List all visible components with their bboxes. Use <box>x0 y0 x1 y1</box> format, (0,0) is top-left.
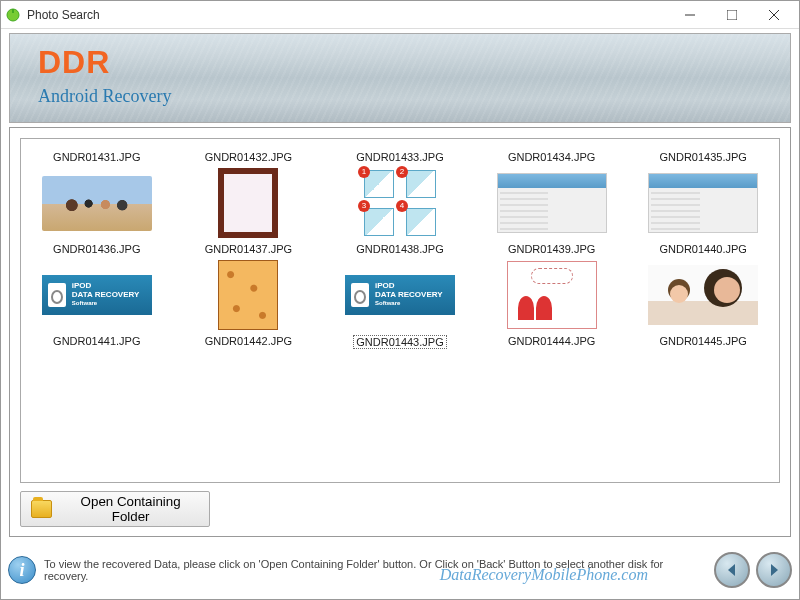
thumbnail-label: GNDR01435.JPG <box>659 151 746 163</box>
maximize-button[interactable] <box>711 2 753 28</box>
footer: i To view the recovered Data, please cli… <box>8 548 792 592</box>
brand-subtitle: Android Recovery <box>38 86 171 107</box>
thumbnail-label: GNDR01445.JPG <box>659 335 746 347</box>
header-banner: DDR Android Recovery <box>9 33 791 123</box>
thumbnail-area[interactable]: GNDR01431.JPG GNDR01432.JPG GNDR01433.JP… <box>20 138 780 483</box>
svg-rect-1 <box>12 9 14 13</box>
thumbnail-image <box>497 259 607 331</box>
thumbnail-label: GNDR01437.JPG <box>205 243 292 255</box>
thumbnail-label: GNDR01444.JPG <box>508 335 595 347</box>
thumbnail-label: GNDR01439.JPG <box>508 243 595 255</box>
close-button[interactable] <box>753 2 795 28</box>
next-button[interactable] <box>756 552 792 588</box>
thumbnail-item[interactable]: GNDR01431.JPG <box>25 147 169 163</box>
folder-icon <box>31 500 52 518</box>
thumbnail-label: GNDR01443.JPG <box>353 335 446 349</box>
thumbnail-grid: GNDR01431.JPG GNDR01432.JPG GNDR01433.JP… <box>25 147 775 349</box>
thumbnail-item[interactable]: GNDR01434.JPG <box>480 147 624 163</box>
open-folder-label: Open Containing Folder <box>62 494 199 524</box>
thumbnail-image: 1234 <box>345 167 455 239</box>
back-button[interactable] <box>714 552 750 588</box>
thumbnail-item[interactable]: iPODDATA RECOVERYSoftwareGNDR01443.JPG <box>328 259 472 349</box>
app-icon <box>5 7 21 23</box>
window-title: Photo Search <box>27 8 669 22</box>
thumbnail-item[interactable]: GNDR01442.JPG <box>177 259 321 349</box>
thumbnail-label: GNDR01434.JPG <box>508 151 595 163</box>
open-containing-folder-button[interactable]: Open Containing Folder <box>20 491 210 527</box>
thumbnail-item[interactable]: GNDR01437.JPG <box>177 167 321 255</box>
thumbnail-label: GNDR01436.JPG <box>53 243 140 255</box>
thumbnail-item[interactable]: GNDR01436.JPG <box>25 167 169 255</box>
thumbnail-image <box>497 167 607 239</box>
thumbnail-image: iPODDATA RECOVERYSoftware <box>42 259 152 331</box>
thumbnail-image: iPODDATA RECOVERYSoftware <box>345 259 455 331</box>
thumbnail-label: GNDR01431.JPG <box>53 151 140 163</box>
thumbnail-item[interactable]: GNDR01433.JPG <box>328 147 472 163</box>
footer-info-text: To view the recovered Data, please click… <box>44 558 708 582</box>
info-icon: i <box>8 556 36 584</box>
thumbnail-image <box>193 259 303 331</box>
thumbnail-label: GNDR01440.JPG <box>659 243 746 255</box>
thumbnail-item[interactable]: GNDR01444.JPG <box>480 259 624 349</box>
titlebar: Photo Search <box>1 1 799 29</box>
thumbnail-image <box>42 167 152 239</box>
thumbnail-label: GNDR01432.JPG <box>205 151 292 163</box>
svg-rect-3 <box>727 10 737 20</box>
thumbnail-image <box>648 167 758 239</box>
watermark: DataRecoveryMobilePhone.com <box>440 566 648 584</box>
thumbnail-item[interactable]: GNDR01445.JPG <box>631 259 775 349</box>
thumbnail-item[interactable]: iPODDATA RECOVERYSoftwareGNDR01441.JPG <box>25 259 169 349</box>
thumbnail-item[interactable]: GNDR01439.JPG <box>480 167 624 255</box>
thumbnail-item[interactable]: 1234GNDR01438.JPG <box>328 167 472 255</box>
thumbnail-item[interactable]: GNDR01440.JPG <box>631 167 775 255</box>
thumbnail-item[interactable]: GNDR01432.JPG <box>177 147 321 163</box>
brand-logo: DDR <box>38 44 110 81</box>
thumbnail-label: GNDR01438.JPG <box>356 243 443 255</box>
thumbnail-image <box>648 259 758 331</box>
thumbnail-label: GNDR01433.JPG <box>356 151 443 163</box>
minimize-button[interactable] <box>669 2 711 28</box>
thumbnail-item[interactable]: GNDR01435.JPG <box>631 147 775 163</box>
thumbnail-label: GNDR01442.JPG <box>205 335 292 347</box>
thumbnail-label: GNDR01441.JPG <box>53 335 140 347</box>
main-panel: GNDR01431.JPG GNDR01432.JPG GNDR01433.JP… <box>9 127 791 537</box>
thumbnail-image <box>193 167 303 239</box>
